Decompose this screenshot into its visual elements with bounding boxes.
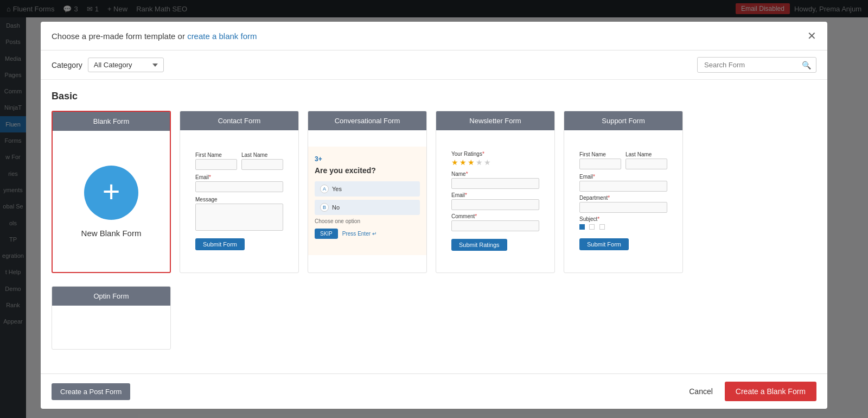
- sf-checkbox-2: [589, 224, 595, 230]
- footer-right: Cancel Create a Blank Form: [682, 382, 816, 401]
- search-wrapper: 🔍: [697, 57, 816, 73]
- sf-checkbox-3: [599, 224, 605, 230]
- optin-form-body: [52, 306, 170, 349]
- sf-checkbox-1: [579, 224, 585, 230]
- conv-enter: Press Enter ↵: [342, 231, 376, 237]
- modal-toolbar: Category All Category Basic Advanced Pay…: [41, 50, 827, 80]
- conv-actions: SKIP Press Enter ↵: [315, 229, 420, 239]
- template-grid-row2: Optin Form: [52, 286, 816, 350]
- create-blank-form-button[interactable]: Create a Blank Form: [725, 382, 816, 401]
- category-label: Category: [52, 61, 82, 69]
- conv-counter: 3+: [315, 155, 420, 163]
- template-card-optin[interactable]: Optin Form: [52, 286, 171, 350]
- conversational-form-header: Conversational Form: [308, 111, 426, 130]
- template-card-conversational[interactable]: Conversational Form 3+ Are you excited? …: [308, 111, 427, 273]
- template-card-support[interactable]: Support Form First Name Last Name: [564, 111, 683, 273]
- star-5: ★: [484, 158, 491, 167]
- contact-form-preview: First Name Last Name Email*: [189, 145, 290, 257]
- blank-form-icon: +: [84, 166, 138, 220]
- nl-preview: Your Ratings* ★ ★ ★ ★ ★ Name*: [445, 144, 546, 257]
- blank-form-header: Blank Form: [53, 112, 170, 131]
- category-wrapper: Category All Category Basic Advanced Pay…: [52, 58, 164, 72]
- optin-form-header: Optin Form: [52, 287, 170, 306]
- conv-choose: Choose one option: [315, 218, 420, 224]
- newsletter-form-header: Newsletter Form: [436, 111, 554, 130]
- template-card-blank[interactable]: Blank Form + New Blank Form: [52, 111, 171, 273]
- search-icon: 🔍: [802, 61, 811, 69]
- support-form-body: First Name Last Name Email*: [564, 130, 682, 271]
- star-1: ★: [451, 158, 458, 167]
- category-select[interactable]: All Category Basic Advanced Payment: [88, 58, 164, 72]
- create-blank-link[interactable]: create a blank form: [187, 31, 257, 41]
- conv-option-no: B No: [315, 200, 420, 215]
- star-2: ★: [459, 158, 467, 167]
- modal-title: Choose a pre-made form template or creat…: [52, 31, 257, 41]
- plus-icon: +: [103, 176, 120, 207]
- modal-header: Choose a pre-made form template or creat…: [41, 22, 827, 50]
- support-form-header: Support Form: [564, 111, 682, 130]
- newsletter-form-body: Your Ratings* ★ ★ ★ ★ ★ Name*: [436, 130, 554, 271]
- template-card-newsletter[interactable]: Newsletter Form Your Ratings* ★ ★ ★ ★ ★: [436, 111, 555, 273]
- contact-form-body: First Name Last Name Email*: [180, 130, 298, 271]
- create-post-form-button[interactable]: Create a Post Form: [52, 383, 130, 400]
- star-3: ★: [468, 158, 475, 167]
- footer-left: Create a Post Form: [52, 383, 130, 400]
- search-input[interactable]: [697, 57, 816, 73]
- form-template-modal: Choose a pre-made form template or creat…: [41, 22, 827, 409]
- modal-close-button[interactable]: ✕: [807, 30, 816, 41]
- sf-preview: First Name Last Name Email*: [573, 145, 674, 257]
- nl-submit-btn[interactable]: Submit Ratings: [451, 239, 507, 251]
- blank-form-body: + New Blank Form: [53, 131, 170, 272]
- modal-footer: Create a Post Form Cancel Create a Blank…: [41, 373, 827, 409]
- template-card-contact[interactable]: Contact Form First Name Last Name: [180, 111, 299, 273]
- conv-question: Are you excited?: [315, 166, 420, 175]
- modal-overlay: Choose a pre-made form template or creat…: [0, 0, 868, 418]
- conv-option-yes: A Yes: [315, 181, 420, 197]
- nl-stars: ★ ★ ★ ★ ★: [451, 158, 539, 167]
- star-4: ★: [476, 158, 483, 167]
- conv-skip-btn[interactable]: SKIP: [315, 229, 338, 239]
- contact-submit-btn[interactable]: Submit Form: [195, 238, 245, 250]
- section-title: Basic: [52, 91, 816, 102]
- cancel-button[interactable]: Cancel: [682, 383, 719, 400]
- modal-body: Basic Blank Form + New Blank Form Cont: [41, 80, 827, 373]
- blank-form-label: New Blank Form: [81, 229, 142, 238]
- sf-submit-btn[interactable]: Submit Form: [579, 238, 629, 250]
- conversational-form-body: 3+ Are you excited? A Yes B No Choose on…: [308, 130, 426, 271]
- template-grid: Blank Form + New Blank Form Contact Form: [52, 111, 816, 273]
- conv-preview: 3+ Are you excited? A Yes B No Choose on…: [308, 147, 426, 255]
- contact-form-header: Contact Form: [180, 111, 298, 130]
